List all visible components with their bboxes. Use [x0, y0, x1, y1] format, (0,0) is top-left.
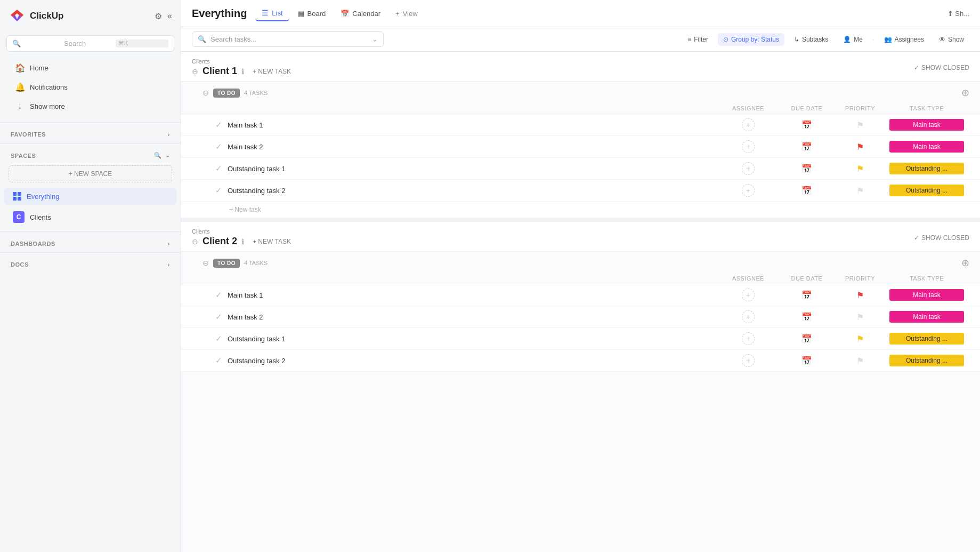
sidebar-search[interactable]: 🔍 Search ⌘K [6, 35, 174, 52]
nav-notifications[interactable]: 🔔 Notifications [4, 78, 176, 97]
tab-list[interactable]: ☰ List [255, 5, 289, 21]
spaces-search-icon[interactable]: 🔍 [154, 152, 162, 159]
sidebar-item-clients[interactable]: C Clients [4, 207, 176, 227]
tab-calendar[interactable]: 📅 Calendar [334, 6, 387, 21]
priority-flag-icon[interactable]: ⚑ [856, 334, 864, 344]
task-assignee: + [719, 310, 777, 323]
assignees-button[interactable]: 👥 Assignees [879, 33, 929, 46]
task-check-icon[interactable]: ✓ [215, 142, 222, 151]
client2-add-col-icon[interactable]: ⊕ [961, 257, 969, 269]
priority-flag-icon[interactable]: ⚑ [856, 312, 864, 322]
task-check-icon[interactable]: ✓ [215, 290, 222, 300]
list-tab-label: List [272, 9, 282, 17]
show-button[interactable]: 👁 Show [934, 33, 969, 46]
task-check-icon[interactable]: ✓ [215, 356, 222, 365]
divider-2 [0, 143, 181, 143]
share-icon[interactable]: ⬆ Sh... [947, 10, 969, 18]
home-icon: 🏠 [15, 63, 25, 73]
task-check-icon[interactable]: ✓ [215, 120, 222, 130]
checkmark-icon: ✓ [914, 234, 919, 242]
client1-new-task-btn[interactable]: + NEW TASK [253, 68, 291, 75]
client2-section: Clients ⊖ Client 2 ℹ + NEW TASK ✓ SHOW C… [181, 222, 980, 372]
assignee-avatar[interactable]: + [742, 118, 755, 131]
calendar-icon[interactable]: 📅 [801, 312, 812, 322]
nav-show-more[interactable]: ↓ Show more [4, 97, 176, 115]
search-label: Search [64, 39, 111, 47]
subtasks-button[interactable]: ↳ Subtasks [789, 33, 833, 46]
sidebar-item-everything[interactable]: Everything [4, 188, 176, 205]
task-priority: ⚑ [836, 312, 884, 322]
client1-col-headers: ASSIGNEE DUE DATE PRIORITY TASK TYPE [181, 103, 980, 114]
table-row[interactable]: ✓ Main task 2 + 📅 ⚑ Main task [181, 136, 980, 158]
me-button[interactable]: 👤 Me [838, 33, 868, 46]
table-row[interactable]: ✓ Outstanding task 2 + 📅 ⚑ Outstanding .… [181, 180, 980, 202]
task-name: Main task 2 [228, 143, 719, 151]
calendar-icon[interactable]: 📅 [801, 142, 812, 152]
dashboards-section[interactable]: DASHBOARDS › [0, 235, 181, 249]
task-type-badge: Outstanding ... [889, 333, 964, 345]
table-row[interactable]: ✓ Outstanding task 1 + 📅 ⚑ Outstanding .… [181, 158, 980, 180]
client1-info-icon[interactable]: ℹ [241, 67, 244, 76]
assignee-avatar[interactable]: + [742, 140, 755, 153]
priority-flag-icon[interactable]: ⚑ [856, 120, 864, 130]
client1-show-closed-btn[interactable]: ✓ SHOW CLOSED [914, 64, 969, 71]
tab-add-view[interactable]: + View [389, 6, 424, 21]
search-tasks-placeholder: Search tasks... [210, 35, 256, 43]
priority-flag-icon[interactable]: ⚑ [856, 186, 864, 196]
table-row[interactable]: ✓ Main task 2 + 📅 ⚑ Main task [181, 306, 980, 328]
calendar-icon[interactable]: 📅 [801, 120, 812, 130]
priority-flag-icon[interactable]: ⚑ [856, 164, 864, 174]
assignee-avatar[interactable]: + [742, 332, 755, 345]
assignee-avatar[interactable]: + [742, 310, 755, 323]
task-check-icon[interactable]: ✓ [215, 312, 222, 322]
calendar-icon[interactable]: 📅 [801, 290, 812, 300]
spaces-section[interactable]: SPACES 🔍 ⌄ [0, 147, 181, 161]
client2-new-task-btn[interactable]: + NEW TASK [253, 238, 291, 245]
table-row[interactable]: ✓ Main task 1 + 📅 ⚑ Main task [181, 284, 980, 306]
calendar-icon[interactable]: 📅 [801, 334, 812, 344]
new-space-button[interactable]: + NEW SPACE [9, 165, 172, 182]
calendar-icon[interactable]: 📅 [801, 186, 812, 196]
collapse-sidebar-icon[interactable]: « [167, 11, 172, 21]
table-row[interactable]: ✓ Main task 1 + 📅 ⚑ Main task [181, 114, 980, 136]
settings-icon[interactable]: ⚙ [155, 11, 162, 21]
table-row[interactable]: ✓ Outstanding task 1 + 📅 ⚑ Outstanding .… [181, 328, 980, 350]
task-check-icon[interactable]: ✓ [215, 334, 222, 343]
me-label: Me [854, 36, 863, 43]
spaces-chevron-icon[interactable]: ⌄ [165, 152, 171, 159]
assignee-avatar[interactable]: + [742, 184, 755, 197]
client1-show-closed-label: SHOW CLOSED [921, 64, 969, 71]
assignee-avatar[interactable]: + [742, 289, 755, 301]
task-due-date: 📅 [777, 120, 836, 130]
assignee-avatar[interactable]: + [742, 354, 755, 367]
client1-status-collapse-icon[interactable]: ⊖ [203, 89, 209, 97]
filter-button[interactable]: ≡ Filter [682, 33, 714, 46]
priority-flag-icon[interactable]: ⚑ [856, 290, 864, 300]
client2-collapse-icon[interactable]: ⊖ [192, 237, 198, 246]
priority-flag-icon[interactable]: ⚑ [856, 356, 864, 366]
client1-collapse-icon[interactable]: ⊖ [192, 67, 198, 76]
sidebar-icons[interactable]: ⚙ « [155, 11, 172, 21]
task-due-date: 📅 [777, 142, 836, 152]
table-row[interactable]: ✓ Outstanding task 2 + 📅 ⚑ Outstanding .… [181, 350, 980, 372]
client1-add-col-icon[interactable]: ⊕ [961, 87, 969, 99]
client2-status-collapse-icon[interactable]: ⊖ [203, 259, 209, 267]
docs-section[interactable]: DOCS › [0, 256, 181, 270]
tab-board[interactable]: ▦ Board [291, 6, 333, 21]
search-tasks-input[interactable]: 🔍 Search tasks... ⌄ [192, 31, 384, 47]
new-task-row[interactable]: + New task [181, 202, 980, 218]
nav-home[interactable]: 🏠 Home [4, 59, 176, 77]
arrow-down-icon: ↓ [15, 101, 25, 111]
favorites-section[interactable]: FAVORITES › [0, 126, 181, 140]
priority-flag-icon[interactable]: ⚑ [856, 142, 864, 152]
task-type: Main task [884, 289, 969, 301]
task-name: Main task 1 [228, 291, 719, 299]
group-by-button[interactable]: ⊙ Group by: Status [718, 33, 784, 46]
assignee-avatar[interactable]: + [742, 162, 755, 175]
calendar-icon[interactable]: 📅 [801, 164, 812, 174]
client2-info-icon[interactable]: ℹ [241, 237, 244, 246]
task-check-icon[interactable]: ✓ [215, 186, 222, 195]
client2-show-closed-btn[interactable]: ✓ SHOW CLOSED [914, 234, 969, 242]
task-check-icon[interactable]: ✓ [215, 164, 222, 173]
calendar-icon[interactable]: 📅 [801, 356, 812, 366]
